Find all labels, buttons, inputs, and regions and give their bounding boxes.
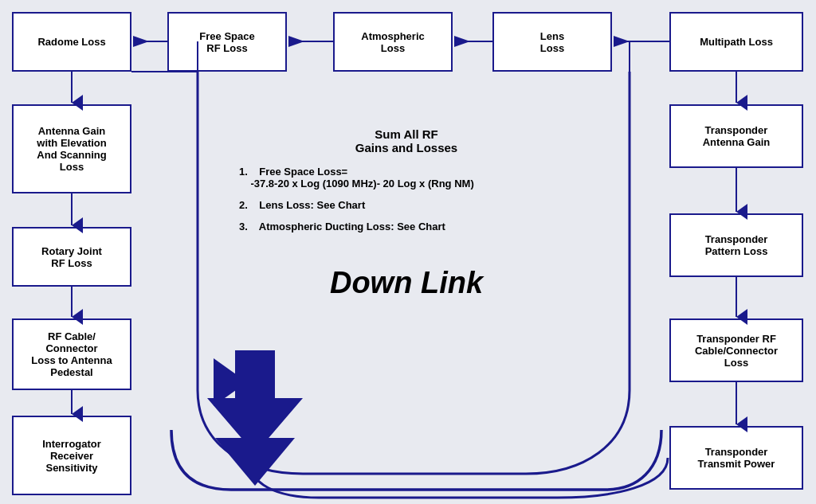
atmospheric-loss-label: AtmosphericLoss	[361, 30, 424, 54]
lens-loss-label: LensLoss	[540, 30, 564, 54]
interrogator-box: InterrogatorReceiverSensitivity	[12, 416, 131, 495]
free-space-rf-loss-box: Free SpaceRF Loss	[167, 12, 287, 72]
free-space-rf-loss-label: Free SpaceRF Loss	[199, 30, 254, 54]
transponder-pattern-box: TransponderPattern Loss	[669, 213, 803, 277]
down-arrow-shape	[207, 350, 303, 454]
antenna-gain-box: Antenna Gainwith ElevationAnd ScanningLo…	[12, 104, 131, 193]
lens-loss-box: LensLoss	[492, 12, 612, 72]
down-link-label: Down Link	[330, 266, 483, 300]
rotary-joint-label: Rotary JointRF Loss	[41, 245, 102, 269]
multipath-loss-box: Multipath Loss	[669, 12, 803, 72]
transponder-antenna-box: TransponderAntenna Gain	[669, 104, 803, 168]
transponder-pattern-label: TransponderPattern Loss	[705, 233, 768, 257]
formula-list: 1. Free Space Loss= -37.8-20 x Log (1090…	[239, 166, 574, 242]
transponder-rf-cable-label: Transponder RFCable/ConnectorLoss	[695, 333, 778, 369]
transponder-transmit-label: TransponderTransmit Power	[698, 446, 775, 470]
rf-cable-box: RF Cable/ConnectorLoss to AntennaPedesta…	[12, 318, 131, 390]
transponder-transmit-box: TransponderTransmit Power	[669, 426, 803, 490]
rotary-joint-box: Rotary JointRF Loss	[12, 227, 131, 287]
atmospheric-loss-box: AtmosphericLoss	[333, 12, 453, 72]
transponder-antenna-label: TransponderAntenna Gain	[703, 124, 771, 148]
sum-title: Sum All RFGains and Losses	[355, 127, 457, 154]
interrogator-label: InterrogatorReceiverSensitivity	[42, 438, 101, 474]
big-arrow-svg	[207, 350, 303, 454]
multipath-loss-label: Multipath Loss	[700, 36, 773, 48]
transponder-rf-cable-box: Transponder RFCable/ConnectorLoss	[669, 318, 803, 382]
radome-loss-label: Radome Loss	[37, 36, 105, 48]
radome-loss-box: Radome Loss	[12, 12, 131, 72]
rf-cable-label: RF Cable/ConnectorLoss to AntennaPedesta…	[31, 330, 112, 378]
antenna-gain-label: Antenna Gainwith ElevationAnd ScanningLo…	[37, 125, 106, 173]
